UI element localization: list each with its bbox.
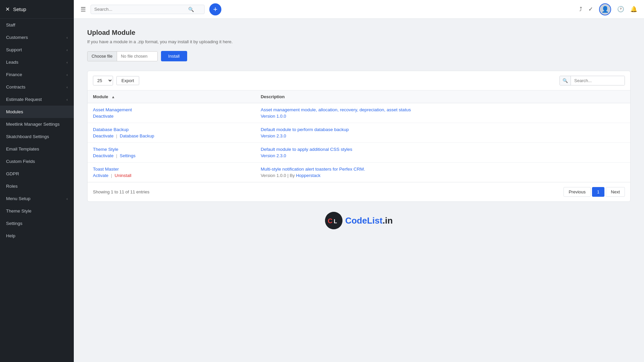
page-1-button[interactable]: 1 <box>592 187 604 197</box>
module-name-link[interactable]: Toast Master <box>93 167 119 172</box>
per-page-select[interactable]: 25 50 100 <box>93 76 113 85</box>
sidebar-item-estimate-request[interactable]: Estimate Request‹ <box>0 93 74 106</box>
install-button[interactable]: Install <box>161 51 187 61</box>
share-icon[interactable]: ⤴ <box>579 6 582 13</box>
settings-link[interactable]: Settings <box>120 153 136 158</box>
file-name-label: No file chosen <box>117 52 157 61</box>
description-link[interactable]: Default module to perform database backu… <box>261 127 349 132</box>
clock-icon[interactable]: 🕐 <box>617 6 624 13</box>
sidebar-item-settings[interactable]: Settings <box>0 217 74 230</box>
sidebar-item-label: Modules <box>6 109 23 114</box>
version-info: Version 2.3.0 <box>261 133 625 138</box>
version-author-link[interactable]: Hopperstack <box>296 173 320 178</box>
version-info: Version 1.0.0 <box>261 114 625 119</box>
sidebar-item-label: Meetlink Manager Settings <box>6 122 60 127</box>
module-actions: Deactivate | Settings <box>93 153 250 158</box>
sidebar-item-contracts[interactable]: Contracts‹ <box>0 81 74 93</box>
chevron-icon: ‹ <box>66 85 68 89</box>
sidebar-item-skatchboard-settings[interactable]: Skatchboard Settings <box>0 130 74 143</box>
menu-icon[interactable]: ☰ <box>80 6 86 13</box>
sidebar-item-modules[interactable]: Modules <box>0 106 74 118</box>
module-actions: Deactivate <box>93 114 250 119</box>
cell-description-1: Default module to perform database backu… <box>255 123 630 143</box>
next-button[interactable]: Next <box>606 187 625 197</box>
version-info: Version 1.0.0 | By Hopperstack <box>261 173 625 178</box>
version-link[interactable]: Version 2.3.0 <box>261 133 286 138</box>
sidebar-item-label: Finance <box>6 72 22 77</box>
add-button[interactable]: + <box>209 3 221 15</box>
cell-module-3: Toast MasterActivate | Uninstall <box>88 163 255 182</box>
sidebar-item-gdpr[interactable]: GDPR <box>0 168 74 180</box>
previous-button[interactable]: Previous <box>564 187 591 197</box>
chevron-icon: ‹ <box>66 36 68 40</box>
sidebar-item-label: Menu Setup <box>6 196 31 201</box>
sidebar-item-label: Skatchboard Settings <box>6 134 49 139</box>
pagination-row: Showing 1 to 11 of 11 entries Previous 1… <box>88 182 630 201</box>
sidebar-item-menu-setup[interactable]: Menu Setup‹ <box>0 192 74 205</box>
showing-text: Showing 1 to 11 of 11 entries <box>93 189 149 194</box>
table-toolbar: 25 50 100 Export 🔍 <box>88 71 630 90</box>
sidebar-item-roles[interactable]: Roles <box>0 180 74 192</box>
module-name-link[interactable]: Theme Style <box>93 147 118 152</box>
description-link[interactable]: Default module to apply additional CSS s… <box>261 147 352 152</box>
sidebar-item-meetlink-manager-settings[interactable]: Meetlink Manager Settings <box>0 118 74 130</box>
col-module[interactable]: Module ▲ <box>88 90 255 103</box>
cell-description-3: Multi-style notification alert toasters … <box>255 163 630 182</box>
module-name-link[interactable]: Asset Management <box>93 107 132 112</box>
description-link[interactable]: Asset management module, allocation, rec… <box>261 107 411 112</box>
sidebar-item-staff[interactable]: Staff <box>0 19 74 31</box>
activate-link[interactable]: Activate <box>93 173 108 178</box>
deactivate-link[interactable]: Deactivate <box>93 114 113 119</box>
chevron-icon: ‹ <box>66 98 68 102</box>
table-search-input[interactable] <box>571 76 625 85</box>
cell-module-0: Asset ManagementDeactivate <box>88 103 255 123</box>
sidebar-item-label: Custom Fields <box>6 159 35 164</box>
pagination-buttons: Previous 1 Next <box>564 187 625 197</box>
sidebar-item-label: Theme Style <box>6 208 32 214</box>
module-name-link[interactable]: Database Backup <box>93 127 129 132</box>
database backup-link[interactable]: Database Backup <box>120 133 154 138</box>
sidebar-item-email-templates[interactable]: Email Templates <box>0 143 74 155</box>
table-row: Theme StyleDeactivate | SettingsDefault … <box>88 143 630 163</box>
module-actions: Activate | Uninstall <box>93 173 250 178</box>
version-info: Version 2.3.0 <box>261 153 625 158</box>
deactivate-link[interactable]: Deactivate <box>93 133 113 138</box>
sidebar-item-support[interactable]: Support‹ <box>0 44 74 56</box>
sort-icon: ▲ <box>111 95 115 99</box>
sidebar-item-custom-fields[interactable]: Custom Fields <box>0 155 74 168</box>
sidebar-item-label: Settings <box>6 221 22 226</box>
sidebar-title: Setup <box>13 6 26 12</box>
sidebar-item-label: Contracts <box>6 84 25 89</box>
sidebar-item-finance[interactable]: Finance‹ <box>0 68 74 81</box>
sidebar-item-label: GDPR <box>6 171 19 176</box>
chevron-icon: ‹ <box>66 60 68 64</box>
avatar[interactable]: 👤 <box>599 3 611 15</box>
separator: | <box>115 153 118 158</box>
version-link[interactable]: Version 2.3.0 <box>261 153 286 158</box>
chevron-icon: ‹ <box>66 73 68 77</box>
uninstall-link[interactable]: Uninstall <box>115 173 131 178</box>
chevron-icon: ‹ <box>66 197 68 201</box>
export-button[interactable]: Export <box>116 76 139 85</box>
deactivate-link[interactable]: Deactivate <box>93 153 113 158</box>
bell-icon[interactable]: 🔔 <box>630 6 637 13</box>
sidebar-item-label: Customers <box>6 35 28 40</box>
table-search-icon: 🔍 <box>560 76 571 85</box>
version-link[interactable]: Version 1.0.0 <box>261 114 286 119</box>
check-icon[interactable]: ✓ <box>588 6 593 13</box>
choose-file-button[interactable]: Choose file <box>88 52 117 61</box>
cell-description-2: Default module to apply additional CSS s… <box>255 143 630 163</box>
description-link[interactable]: Multi-style notification alert toasters … <box>261 167 365 172</box>
close-icon[interactable]: ✕ <box>5 6 10 12</box>
sidebar-item-help[interactable]: Help <box>0 230 74 242</box>
page-title: Upload Module <box>87 29 631 37</box>
sidebar-item-customers[interactable]: Customers‹ <box>0 31 74 44</box>
sidebar-item-label: Roles <box>6 184 18 189</box>
sidebar-item-label: Support <box>6 47 22 52</box>
table-body: Asset ManagementDeactivateAsset manageme… <box>88 103 630 182</box>
search-input[interactable] <box>94 7 188 12</box>
sidebar-item-theme-style[interactable]: Theme Style <box>0 205 74 217</box>
sidebar-item-leads[interactable]: Leads‹ <box>0 56 74 68</box>
search-box: 🔍 <box>91 5 205 14</box>
svg-text:L: L <box>334 219 337 224</box>
